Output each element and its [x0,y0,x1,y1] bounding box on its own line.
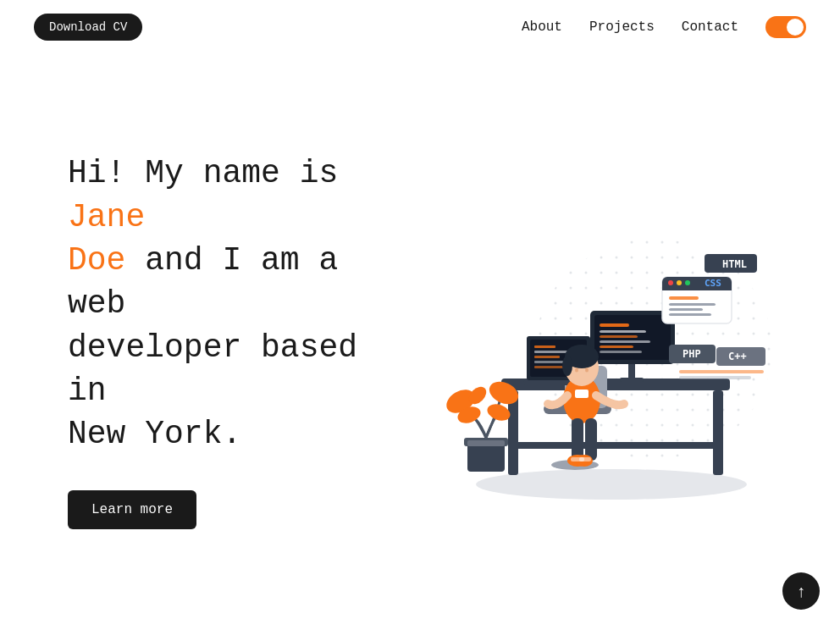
svg-rect-24 [534,351,568,353]
svg-rect-56 [585,418,597,461]
hero-name: JaneDoe [68,199,145,279]
svg-text:C++: C++ [728,351,747,362]
hero-illustration: CSS HTML PHP C++ [417,180,772,501]
scroll-to-top-button[interactable]: ↑ [782,572,820,610]
svg-rect-5 [713,390,723,475]
svg-point-53 [575,368,578,373]
svg-rect-18 [600,340,650,343]
svg-rect-36 [669,296,699,300]
nav-left: Download CV [34,14,142,41]
dark-mode-toggle[interactable] [765,16,806,38]
svg-point-52 [562,356,572,376]
svg-text:HTML: HTML [722,258,747,270]
svg-rect-39 [669,313,711,316]
nav-right: About Projects Contact [522,16,806,38]
svg-rect-63 [467,440,505,446]
svg-point-54 [585,368,589,373]
svg-rect-23 [534,345,555,348]
svg-rect-12 [620,378,644,382]
hero-heading: Hi! My name is JaneDoe and I am a webdev… [68,152,406,456]
svg-point-32 [668,280,673,285]
svg-rect-49 [575,390,589,398]
svg-rect-47 [679,376,751,379]
svg-rect-25 [534,356,560,358]
nav-contact-link[interactable]: Contact [682,19,738,35]
toggle-knob [787,19,804,36]
hero-section: Hi! My name is JaneDoe and I am a webdev… [0,0,840,630]
svg-rect-37 [669,303,716,306]
download-cv-button[interactable]: Download CV [34,14,142,41]
svg-rect-55 [572,418,583,461]
svg-rect-27 [534,366,564,368]
svg-point-33 [677,280,682,285]
svg-rect-61 [467,442,505,472]
scroll-top-arrow-icon: ↑ [797,583,805,600]
nav-projects-link[interactable]: Projects [589,19,655,35]
svg-rect-20 [600,351,642,353]
svg-text:PHP: PHP [682,348,701,360]
svg-point-34 [685,280,690,285]
svg-rect-11 [628,362,635,380]
svg-rect-15 [600,323,629,327]
navbar: Download CV About Projects Contact [0,0,840,54]
svg-rect-46 [679,370,764,373]
svg-rect-60 [579,457,591,461]
nav-about-link[interactable]: About [522,19,562,35]
hero-text-block: Hi! My name is JaneDoe and I am a webdev… [68,152,406,528]
svg-rect-19 [600,345,633,348]
svg-rect-16 [600,330,646,333]
svg-rect-6 [510,442,723,449]
svg-text:CSS: CSS [705,278,721,289]
svg-rect-17 [600,335,638,338]
developer-illustration-svg: CSS HTML PHP C++ [417,180,772,501]
svg-rect-38 [669,308,703,311]
learn-more-button[interactable]: Learn more [68,490,196,529]
